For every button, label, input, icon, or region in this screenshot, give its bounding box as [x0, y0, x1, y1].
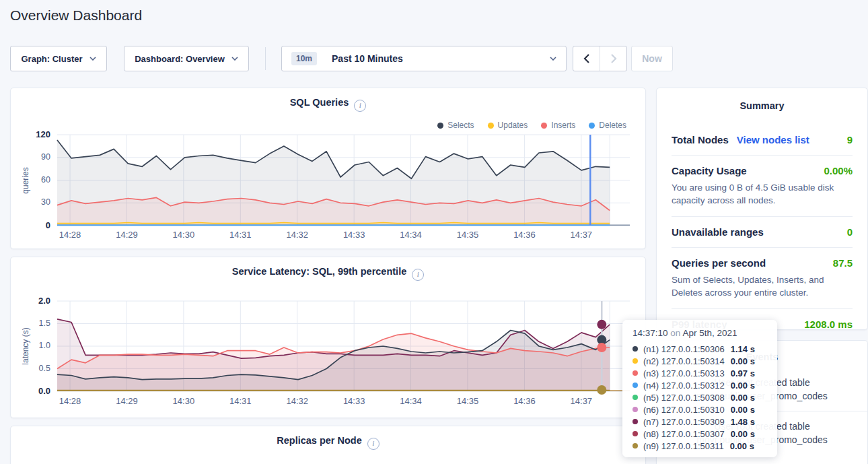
tooltip-node-value: 0.00 s	[731, 429, 755, 439]
chart-title-text: SQL Queries	[290, 97, 349, 108]
chart-title: SQL Queriesi	[11, 97, 645, 112]
time-range-picker[interactable]: 10m Past 10 Minutes	[281, 46, 567, 71]
chart-plot-area[interactable]	[57, 301, 630, 391]
dashboard-dropdown[interactable]: Dashboard: Overview	[124, 46, 249, 71]
graph-scope-dropdown[interactable]: Graph: Cluster	[10, 46, 107, 71]
x-tick-label: 14:31	[229, 230, 252, 240]
tooltip-node-value: 0.00 s	[731, 380, 755, 391]
hover-point-dot	[597, 343, 606, 352]
legend-item-inserts: Inserts	[541, 121, 575, 130]
summary-row-unavailable-ranges: Unavailable ranges 0	[672, 216, 853, 247]
x-tick-label: 14:34	[400, 230, 422, 240]
series-dot-icon	[632, 395, 638, 400]
tooltip-node-value: 0.00 s	[731, 393, 755, 403]
tooltip-node-row: (n6) 127.0.0.1:503100.00 s	[632, 403, 777, 416]
tooltip-node-value: 0.97 s	[731, 368, 755, 378]
chart-title: Service Latency: SQL, 99th percentilei	[11, 266, 645, 281]
x-tick-label: 14:34	[400, 396, 422, 406]
y-tick-label: 0	[20, 220, 50, 230]
y-tick-label: 30	[20, 197, 50, 207]
view-nodes-list-link[interactable]: View nodes list	[737, 134, 809, 145]
chart-title: Replicas per Nodei	[11, 435, 645, 450]
time-forward-button[interactable]	[600, 46, 626, 71]
x-tick-label: 14:30	[173, 396, 195, 406]
summary-row-description: Sum of Selects, Updates, Inserts, and De…	[672, 273, 853, 299]
tooltip-node-address: (n9) 127.0.0.1:50311	[643, 441, 724, 451]
tooltip-node-address: (n6) 127.0.0.1:50310	[643, 405, 725, 415]
chevron-down-icon	[550, 57, 556, 61]
summary-row-value: 1208.0 ms	[804, 319, 853, 330]
y-tick-label: 0.0	[20, 386, 50, 396]
x-tick-label: 14:36	[513, 230, 536, 240]
tooltip-node-row: (n8) 127.0.0.1:503070.00 s	[632, 428, 777, 440]
tooltip-node-address: (n7) 127.0.0.1:50309	[643, 417, 725, 427]
series-dot-icon	[632, 358, 638, 364]
tooltip-node-address: (n8) 127.0.0.1:50307	[643, 429, 725, 439]
x-tick-label: 14:28	[59, 230, 81, 240]
legend-dot-icon	[437, 123, 443, 129]
chevron-down-icon	[89, 57, 96, 61]
tooltip-node-address: (n3) 127.0.0.1:50313	[643, 368, 725, 378]
tooltip-node-row: (n1) 127.0.0.1:503061.14 s	[632, 343, 777, 355]
summary-row-label: Unavailable ranges	[672, 226, 764, 238]
x-tick-label: 14:35	[457, 396, 479, 406]
summary-row-value: 0	[847, 226, 853, 238]
series-area	[57, 197, 610, 226]
info-icon[interactable]: i	[412, 269, 424, 281]
tooltip-node-value: 0.00 s	[730, 441, 754, 451]
dashboard-label: Dashboard: Overview	[135, 54, 225, 64]
tooltip-node-row: (n9) 127.0.0.1:503110.00 s	[632, 440, 777, 452]
summary-panel: Summary Total Nodes View nodes list 9 Ca…	[656, 88, 868, 330]
y-tick-label: 2.0	[20, 296, 50, 306]
y-tick-label: 1.5	[20, 319, 50, 328]
legend-item-selects: Selects	[437, 121, 474, 130]
summary-row-total-nodes: Total Nodes View nodes list 9	[672, 125, 853, 155]
chart-title-text: Replicas per Node	[277, 435, 362, 446]
legend-label: Updates	[498, 121, 528, 130]
page-title: Overview Dashboard	[10, 7, 142, 24]
x-tick-label: 14:32	[286, 396, 308, 406]
summary-row-label: Queries per second	[672, 257, 766, 269]
summary-row-value: 0.00%	[824, 165, 853, 176]
summary-row-value: 9	[847, 134, 853, 145]
legend-dot-icon	[541, 123, 547, 129]
tooltip-date: Apr 5th, 2021	[682, 328, 737, 338]
legend-label: Deletes	[599, 121, 626, 130]
x-tick-label: 14:33	[343, 396, 365, 406]
time-back-button[interactable]	[573, 46, 600, 71]
chart-plot-area[interactable]	[57, 135, 630, 226]
x-tick-label: 14:30	[173, 230, 195, 240]
chevron-right-icon	[610, 54, 617, 63]
tooltip-node-address: (n4) 127.0.0.1:50312	[643, 380, 725, 391]
tooltip-time: 14:37:10	[632, 328, 668, 338]
y-tick-label: 0.5	[20, 364, 50, 373]
toolbar-divider	[265, 47, 266, 70]
tooltip-node-value: 0.00 s	[731, 356, 755, 366]
info-icon[interactable]: i	[354, 100, 366, 112]
tooltip-node-value: 0.00 s	[731, 405, 755, 415]
x-tick-label: 14:33	[343, 230, 365, 240]
summary-row-description: You are using 0 B of 4.5 GiB usable disk…	[672, 181, 853, 207]
summary-row-label: Capacity Usage	[672, 165, 747, 176]
x-tick-label: 14:29	[116, 396, 138, 406]
x-tick-label: 14:32	[286, 230, 308, 240]
x-tick-label: 14:35	[457, 230, 479, 240]
x-tick-label: 14:37	[571, 396, 593, 406]
sql-queries-panel: SQL Queriesi SelectsUpdatesInsertsDelete…	[10, 88, 646, 249]
y-tick-label: 1.0	[20, 341, 50, 350]
series-dot-icon	[632, 407, 638, 412]
x-tick-label: 14:31	[229, 396, 252, 406]
tooltip-node-address: (n2) 127.0.0.1:50314	[643, 356, 725, 366]
hover-point-dot	[597, 320, 606, 329]
chevron-left-icon	[583, 54, 590, 63]
info-icon[interactable]: i	[367, 438, 379, 450]
now-button[interactable]: Now	[631, 46, 673, 71]
summary-row-label: Total Nodes	[672, 134, 729, 145]
chart-title-text: Service Latency: SQL, 99th percentile	[232, 266, 407, 277]
summary-row-value: 87.5	[833, 257, 853, 269]
x-tick-label: 14:37	[571, 230, 593, 240]
series-dot-icon	[632, 419, 638, 424]
legend-label: Selects	[447, 121, 474, 130]
tooltip-node-address: (n5) 127.0.0.1:50308	[643, 393, 725, 403]
service-latency-panel: Service Latency: SQL, 99th percentilei l…	[10, 257, 646, 418]
